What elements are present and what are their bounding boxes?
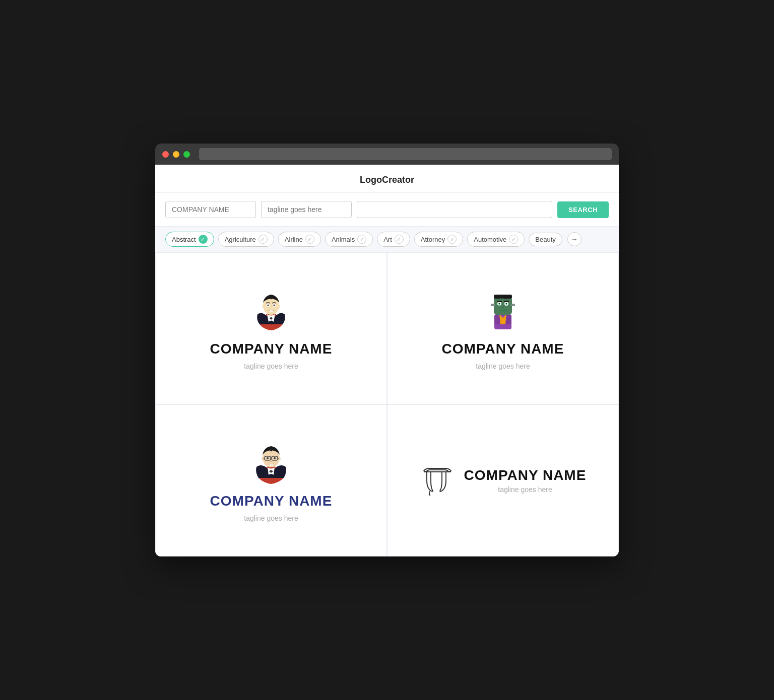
fangs-icon [420,461,455,496]
filter-chip-attorney[interactable]: Attorney ✓ [414,232,463,247]
logo-4-company-name: COMPANY NAME [464,467,587,483]
filter-chip-abstract[interactable]: Abstract ✓ [165,232,214,247]
logo-2-tagline: tagline goes here [476,362,530,370]
filter-bar: Abstract ✓ Agriculture ✓ Airline ✓ Anima… [155,226,619,252]
svg-rect-6 [272,310,273,312]
browser-titlebar [155,144,619,165]
dracula2-icon [248,439,294,484]
svg-point-16 [499,303,500,304]
logo-3-company-name: COMPANY NAME [210,493,333,509]
filter-chip-art[interactable]: Art ✓ [377,232,410,247]
svg-rect-10 [491,304,495,306]
tagline-input[interactable] [261,201,352,218]
frankenstein-icon [480,287,526,332]
search-button[interactable]: SEARCH [557,201,609,218]
logo-3-tagline: tagline goes here [244,514,298,522]
check-icon-airline: ✓ [305,235,314,244]
dracula-icon [248,287,294,332]
svg-point-27 [274,457,276,459]
browser-window: LogoCreator SEARCH Abstract ✓ Agricultur… [155,144,619,556]
app-header: LogoCreator [155,165,619,193]
check-icon-animals: ✓ [357,235,366,244]
check-icon-automotive: ✓ [509,235,518,244]
check-icon-abstract: ✓ [199,235,208,244]
logo-grid: COMPANY NAME tagline goes here [155,252,619,556]
filter-label-beauty: Beauty [535,236,555,243]
svg-point-26 [267,457,269,459]
filter-chip-automotive[interactable]: Automotive ✓ [467,232,525,247]
filter-label-agriculture: Agriculture [225,236,256,243]
company-name-input[interactable] [165,201,256,218]
logo-2-company-name: COMPANY NAME [442,341,564,357]
check-icon-agriculture: ✓ [259,235,268,244]
search-bar: SEARCH [155,193,619,226]
maximize-button[interactable] [183,151,190,158]
check-icon-art: ✓ [395,235,404,244]
svg-point-3 [268,305,269,306]
filter-label-automotive: Automotive [474,236,506,243]
filter-chip-agriculture[interactable]: Agriculture ✓ [218,232,274,247]
svg-point-17 [506,303,507,304]
filter-label-abstract: Abstract [172,236,196,243]
logo-card-3[interactable]: COMPANY NAME tagline goes here [156,405,386,556]
filter-label-animals: Animals [332,236,355,243]
filter-chip-animals[interactable]: Animals ✓ [325,232,373,247]
app-title: LogoCreator [360,175,414,185]
svg-point-4 [274,305,275,306]
address-bar[interactable] [199,148,612,160]
logo-1-tagline: tagline goes here [244,362,298,370]
filter-chip-airline[interactable]: Airline ✓ [278,232,321,247]
logo-card-2[interactable]: COMPANY NAME tagline goes here [388,253,618,404]
filter-label-art: Art [383,236,392,243]
close-button[interactable] [162,151,169,158]
logo-4-tagline: tagline goes here [464,485,587,494]
logo-card-1[interactable]: COMPANY NAME tagline goes here [156,253,386,404]
logo-card-4[interactable]: COMPANY NAME tagline goes here [388,405,618,556]
filter-chip-beauty[interactable]: Beauty [529,233,562,246]
svg-rect-29 [272,464,273,466]
minimize-button[interactable] [173,151,179,158]
logo-1-company-name: COMPANY NAME [210,341,333,357]
check-icon-attorney: ✓ [447,235,457,244]
filter-label-attorney: Attorney [421,236,445,243]
svg-rect-5 [270,310,271,312]
filter-next-button[interactable]: → [567,232,582,246]
svg-rect-18 [497,301,502,302]
svg-rect-11 [511,304,515,306]
browser-content: LogoCreator SEARCH Abstract ✓ Agricultur… [155,165,619,556]
keyword-input[interactable] [357,201,552,218]
svg-rect-19 [504,301,509,302]
filter-label-airline: Airline [285,236,303,243]
svg-rect-28 [270,464,271,466]
